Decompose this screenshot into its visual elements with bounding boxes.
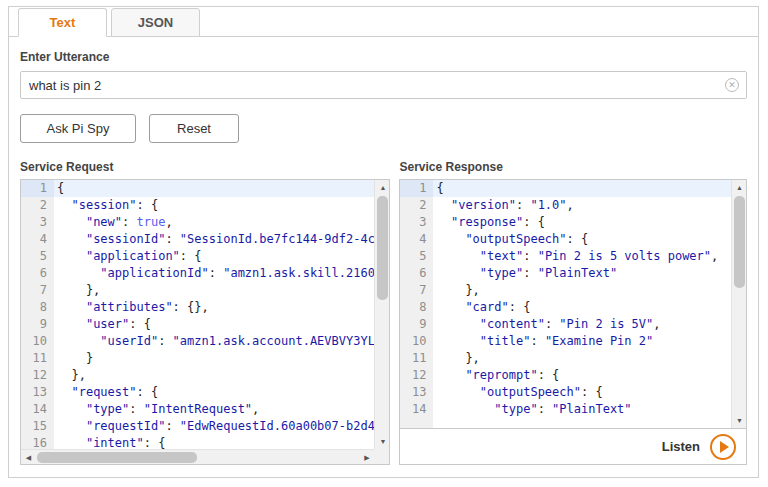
- service-response-panel: Service Response 1234567891011121314 { "…: [399, 160, 747, 465]
- request-code-editor[interactable]: 12345678910111213141516 { "session": { "…: [21, 180, 389, 464]
- code-line: "content": "Pin 2 is 5V",: [436, 316, 731, 333]
- line-number: 8: [21, 299, 54, 316]
- scroll-up-arrow-icon[interactable]: ▲: [375, 180, 389, 195]
- horizontal-scrollbar[interactable]: ◀ ▶: [21, 449, 374, 464]
- code-line: "response": {: [436, 214, 731, 231]
- service-request-title: Service Request: [20, 160, 390, 174]
- code-line: "requestId": "EdwRequestId.60a00b07-b2d4…: [57, 418, 374, 435]
- response-editor-viewport: 1234567891011121314 { "version": "1.0", …: [400, 180, 731, 428]
- service-request-panel: Service Request 12345678910111213141516 …: [20, 160, 390, 465]
- code-line: },: [57, 282, 374, 299]
- utterance-input[interactable]: [20, 71, 747, 99]
- line-number: 9: [21, 316, 54, 333]
- line-number: 5: [400, 248, 433, 265]
- line-number: 14: [21, 401, 54, 418]
- scrollbar-thumb[interactable]: [377, 196, 388, 300]
- code-line: "text": "Pin 2 is 5 volts power",: [436, 248, 731, 265]
- line-number: 1: [21, 180, 54, 197]
- line-number: 2: [400, 197, 433, 214]
- scroll-right-arrow-icon[interactable]: ▶: [359, 450, 374, 464]
- line-number: 4: [21, 231, 54, 248]
- code-line: "reprompt": {: [436, 367, 731, 384]
- code-line: },: [57, 367, 374, 384]
- code-line: "session": {: [57, 197, 374, 214]
- line-number: 7: [21, 282, 54, 299]
- code-line: "title": "Examine Pin 2": [436, 333, 731, 350]
- code-line: },: [436, 350, 731, 367]
- tab-json[interactable]: JSON: [111, 8, 200, 37]
- code-line: "outputSpeech": {: [436, 231, 731, 248]
- line-number: 5: [21, 248, 54, 265]
- clear-input-icon[interactable]: ✕: [725, 78, 739, 92]
- code-line: "outputSpeech": {: [436, 384, 731, 401]
- code-line: "type": "IntentRequest",: [57, 401, 374, 418]
- utterance-label: Enter Utterance: [20, 50, 747, 64]
- code-line: "attributes": {},: [57, 299, 374, 316]
- line-number: 9: [400, 316, 433, 333]
- service-response-box: 1234567891011121314 { "version": "1.0", …: [399, 179, 747, 465]
- code-line: "applicationId": "amzn1.ask.skill.2160b: [57, 265, 374, 282]
- code-line: },: [436, 282, 731, 299]
- request-response-panels: Service Request 12345678910111213141516 …: [20, 160, 747, 465]
- code-line: {: [433, 180, 731, 197]
- scroll-down-arrow-icon[interactable]: ▼: [375, 434, 389, 449]
- scroll-down-arrow-icon[interactable]: ▼: [732, 413, 746, 428]
- service-request-box: 12345678910111213141516 { "session": { "…: [20, 179, 390, 465]
- vertical-scrollbar[interactable]: ▲ ▼: [374, 180, 389, 449]
- line-number: 2: [21, 197, 54, 214]
- line-number: 13: [400, 384, 433, 401]
- line-number: 6: [400, 265, 433, 282]
- line-number: 7: [400, 282, 433, 299]
- code-line: "intent": {: [57, 435, 374, 449]
- listen-play-button[interactable]: [710, 434, 736, 460]
- gutter: 1234567891011121314: [400, 180, 433, 428]
- code-line: "version": "1.0",: [436, 197, 731, 214]
- line-number: 4: [400, 231, 433, 248]
- scrollbar-thumb[interactable]: [734, 196, 745, 288]
- line-number: 13: [21, 384, 54, 401]
- reset-button[interactable]: Reset: [149, 114, 239, 143]
- code-line: {: [54, 180, 374, 197]
- line-number: 11: [21, 350, 54, 367]
- gutter: 12345678910111213141516: [21, 180, 54, 449]
- scroll-left-arrow-icon[interactable]: ◀: [21, 450, 36, 464]
- line-number: 3: [21, 214, 54, 231]
- line-number: 12: [21, 367, 54, 384]
- vertical-scrollbar[interactable]: ▲ ▼: [731, 180, 746, 428]
- line-number: 1: [400, 180, 433, 197]
- line-number: 6: [21, 265, 54, 282]
- line-number: 11: [400, 350, 433, 367]
- listen-footer: Listen: [400, 428, 746, 464]
- code-area[interactable]: { "session": { "new": true, "sessionId":…: [54, 180, 374, 449]
- code-line: "card": {: [436, 299, 731, 316]
- ask-pi-spy-button[interactable]: Ask Pi Spy: [20, 114, 136, 143]
- response-code-editor[interactable]: 1234567891011121314 { "version": "1.0", …: [400, 180, 746, 428]
- simulator-panel: Text JSON Enter Utterance ✕ Ask Pi Spy R…: [8, 6, 759, 478]
- scrollbar-corner: [374, 449, 389, 464]
- line-number: 8: [400, 299, 433, 316]
- code-line: "user": {: [57, 316, 374, 333]
- service-response-title: Service Response: [399, 160, 747, 174]
- line-number: 15: [21, 418, 54, 435]
- scrollbar-thumb[interactable]: [37, 452, 197, 463]
- code-line: "sessionId": "SessionId.be7fc144-9df2-4c…: [57, 231, 374, 248]
- tab-bar: Text JSON: [9, 7, 758, 37]
- line-number: 3: [400, 214, 433, 231]
- code-line: "new": true,: [57, 214, 374, 231]
- utterance-input-wrap: ✕: [20, 71, 747, 99]
- code-line: "request": {: [57, 384, 374, 401]
- code-line: "type": "PlainText": [436, 265, 731, 282]
- play-icon: [720, 441, 729, 453]
- line-number: 16: [21, 435, 54, 449]
- code-area[interactable]: { "version": "1.0", "response": { "outpu…: [433, 180, 731, 428]
- code-line: }: [57, 350, 374, 367]
- line-number: 10: [21, 333, 54, 350]
- scroll-up-arrow-icon[interactable]: ▲: [732, 180, 746, 195]
- line-number: 10: [400, 333, 433, 350]
- tab-text[interactable]: Text: [18, 8, 107, 37]
- code-line: "userId": "amzn1.ask.account.AEVBVY3YLB: [57, 333, 374, 350]
- request-editor-viewport: 12345678910111213141516 { "session": { "…: [21, 180, 374, 449]
- line-number: 14: [400, 401, 433, 418]
- code-line: "type": "PlainText": [436, 401, 731, 418]
- listen-label: Listen: [662, 439, 700, 454]
